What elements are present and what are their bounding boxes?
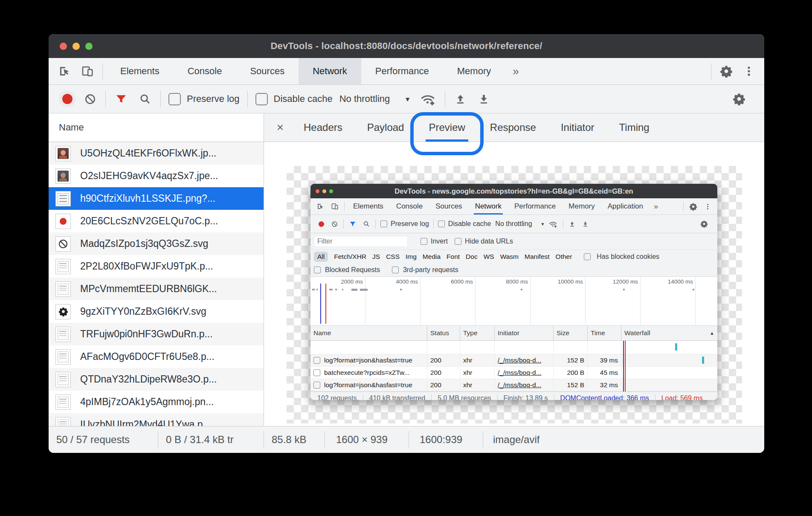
preview-nested-request-filters: Blocked Requests 3rd-party requests [310,264,717,277]
table-row[interactable]: 20E6CLcSzNV2GELQu7oC.p... [49,210,264,232]
third-party-requests-checkbox [392,267,399,273]
blocked-icon [55,236,71,252]
filter-chip-doc: Doc [466,253,478,261]
inspect-element-icon [313,198,328,215]
third-party-requests-label: 3rd-party requests [403,266,458,274]
nested-tab-performance: Performance [508,198,562,215]
filter-chip-wasm: Wasm [500,253,519,261]
photo-thumbnail-icon [55,168,71,184]
divider [160,91,161,107]
disable-cache-checkbox [438,220,445,227]
table-row[interactable]: AFacMOgv6D0CFTr6U5e8.p... [49,345,264,368]
load-time: Load: 569 ms [655,394,709,400]
tab-initiator[interactable]: Initiator [548,113,607,142]
import-har-icon [566,221,579,227]
transferred-size: 0 B / 31.4 kB tr [158,426,264,453]
request-list-name-header[interactable]: Name [49,113,264,142]
table-row[interactable]: O2sIJEHG9avKV4aqzSx7.jpe... [49,165,264,187]
minimize-window-button[interactable] [72,43,80,50]
tab-label: Preview [429,122,465,133]
more-tabs-button[interactable]: » [505,58,526,84]
hide-data-urls-checkbox [455,238,461,245]
inspect-element-button[interactable] [53,58,76,84]
settings-gear-icon[interactable] [715,58,738,84]
table-row[interactable]: 4pIMBj7zOAk1y5Agmmoj.pn... [49,391,264,413]
request-list-panel: Name U5OHzQL4tEKFr6OFlxWK.jp... O2sIJEHG… [49,113,264,426]
filter-chip-all: All [314,252,328,262]
screenshot-thumbnail-icon [55,259,71,274]
preview-nested-window-title: DevTools - news.google.com/topstories?hl… [310,187,717,195]
device-toolbar-button[interactable] [76,58,99,84]
network-conditions-icon[interactable] [414,92,441,106]
table-row[interactable]: 9gzXiTYY0nZzBxGI6KrV.svg [49,300,264,323]
transferred-size: 410 kB transferred [363,394,432,400]
preview-nested-titlebar: DevTools - news.google.com/topstories?hl… [310,184,717,198]
clear-icon[interactable] [78,93,102,105]
waterfall-bar [702,357,704,364]
previewed-image-devtools-window: DevTools - news.google.com/topstories?hl… [310,184,717,400]
throttling-value: No throttling [339,93,390,104]
preview-pane: DevTools - news.google.com/topstories?hl… [264,142,764,426]
nested-tab-elements: Elements [347,198,390,215]
table-row[interactable]: MPcVmmemtEEDURBN6lGK... [49,278,264,300]
zoom-window-button[interactable] [85,43,93,50]
preview-nested-type-filters: All Fetch/XHR JS CSS Img Media Font Doc … [310,250,717,264]
request-name: AFacMOgv6D0CFTr6U5e8.p... [80,351,215,362]
load-marker-line [625,341,626,391]
tab-response[interactable]: Response [478,113,548,142]
request-name: MadqZsIZpo1sj3qQ3GsZ.svg [80,238,208,249]
close-window-button[interactable] [60,43,67,50]
tab-console[interactable]: Console [174,58,236,84]
detail-tabbar: × Headers Payload Preview Response Initi… [264,113,764,142]
throttling-select[interactable]: No throttling ▼ [339,93,411,104]
waterfall-bar [675,343,677,351]
table-row-clipped[interactable]: IUvzbNUIrm2Mvd4U1Ywa.p... [49,413,264,426]
hide-data-urls-label: Hide data URLs [465,238,513,245]
table-row[interactable]: MadqZsIZpo1sj3qQ3GsZ.svg [49,232,264,255]
filter-icon-active [346,220,360,227]
table-row[interactable]: 2P2L80XfBoFWJFxU9TpK.p... [49,255,264,278]
tab-sources[interactable]: Sources [236,58,299,84]
network-settings-gear-icon[interactable] [727,93,757,105]
column-header-initiator: Initiator [495,326,554,340]
tab-payload[interactable]: Payload [355,113,417,142]
import-har-icon[interactable] [449,93,472,105]
column-header-waterfall: Waterfall ▲ [621,326,717,340]
tab-label: Timing [619,122,650,133]
table-row[interactable]: TRFujw0pi0nHF3GwDuRn.p... [49,323,264,345]
tab-elements[interactable]: Elements [106,58,174,84]
preserve-log-label: Preserve log [187,93,240,104]
finish-time: Finish: 13.89 s [498,394,554,400]
throttling-caret-icon: ▼ [541,222,545,226]
tab-network[interactable]: Network [299,58,361,84]
preserve-log-checkbox[interactable] [168,93,181,105]
tab-headers[interactable]: Headers [291,113,355,142]
close-icon[interactable]: × [269,113,291,142]
record-button[interactable] [62,94,72,104]
export-har-icon[interactable] [472,93,496,105]
search-icon[interactable] [133,93,157,105]
table-row-selected[interactable]: h90CtfziXluvh1LSSKJE.png?... [49,187,264,210]
more-options-icon[interactable] [738,58,760,84]
invert-label: Invert [431,238,448,245]
blocked-requests-checkbox [314,267,321,273]
tab-preview[interactable]: Preview [416,113,477,142]
divider [102,63,103,79]
tab-performance[interactable]: Performance [361,58,443,84]
disable-cache-checkbox[interactable] [255,93,268,105]
filter-chip-img: Img [406,253,417,261]
intrinsic-ratio: 1600:939 [409,426,483,453]
tab-memory[interactable]: Memory [443,58,505,84]
mime-type: image/avif [483,426,539,453]
table-row[interactable]: QTDnaY32hLDipeRW8e3O.p... [49,368,264,391]
request-list: U5OHzQL4tEKFr6OFlxWK.jp... O2sIJEHG9avKV… [49,142,264,426]
filter-chip-ws: WS [484,253,494,261]
filter-icon[interactable] [109,93,133,105]
divider [105,91,106,107]
screenshot-thumbnail-icon [55,372,71,387]
table-row[interactable]: U5OHzQL4tEKFr6OFlxWK.jp... [49,142,264,165]
preview-nested-timeline-overview: 2000 ms 4000 ms 6000 ms 8000 ms 10000 ms… [310,277,717,326]
tab-timing[interactable]: Timing [607,113,662,142]
request-detail-panel: × Headers Payload Preview Response Initi… [264,113,764,426]
request-name: QTDnaY32hLDipeRW8e3O.p... [80,374,217,385]
